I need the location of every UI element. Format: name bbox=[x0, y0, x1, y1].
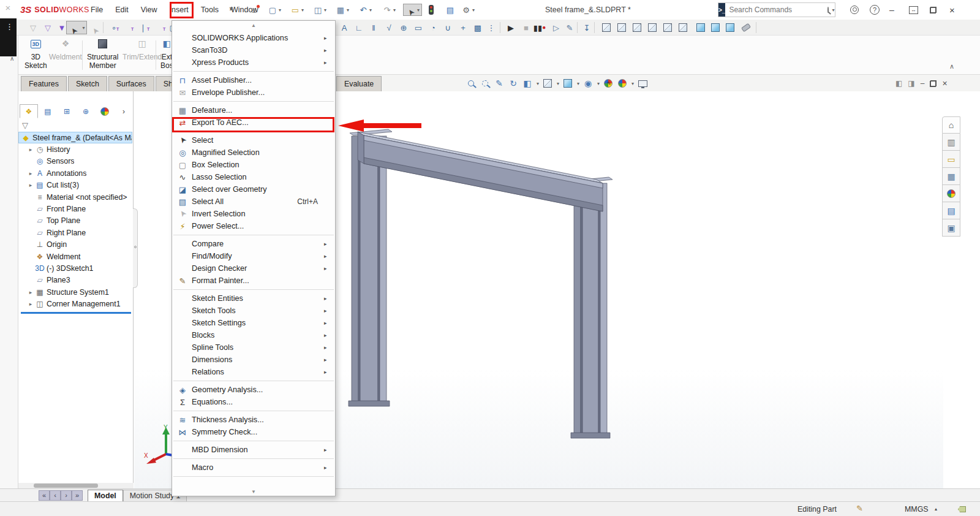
redo-caret-icon[interactable]: ▾ bbox=[393, 7, 396, 13]
taskpane-file-explorer-button[interactable]: ▭ bbox=[942, 151, 960, 168]
tree-item[interactable]: ▸ ◎ Sensors bbox=[18, 156, 132, 167]
taskpane-view-palette-button[interactable]: ▦ bbox=[942, 168, 960, 185]
expand-arrow-icon[interactable]: ▸ bbox=[27, 289, 34, 295]
menu-item[interactable]: ◪ Select over Geometry ▸ bbox=[172, 183, 335, 195]
menu-item[interactable]: SOLIDWORKS Applications ▸ bbox=[172, 32, 335, 44]
menu-item[interactable]: Dimensions ▸ bbox=[172, 354, 335, 366]
previous-sheet-icon[interactable]: ‹ bbox=[50, 490, 61, 501]
tree-item[interactable]: ▸ ▤ Cut list(3) bbox=[18, 180, 132, 191]
tree-item[interactable]: ▸ ▱ Front Plane bbox=[18, 203, 132, 214]
view-trimetric-icon[interactable] bbox=[709, 21, 722, 34]
view-bottom-icon[interactable] bbox=[677, 21, 689, 34]
menubar-item[interactable]: Edit bbox=[109, 2, 135, 18]
menu-item[interactable]: Xpress Products ▸ bbox=[172, 56, 335, 69]
open-button[interactable]: ▭▾ bbox=[290, 4, 304, 16]
menu-item[interactable]: ⚡ Power Select... ▸ bbox=[172, 220, 335, 232]
save-button[interactable]: ◫▾ bbox=[312, 4, 326, 16]
filter-notes-icon[interactable]: ▭ bbox=[412, 21, 424, 34]
minimize-button[interactable]: – bbox=[889, 4, 894, 16]
tree-item[interactable]: ▸ ≡ Material <not specified> bbox=[18, 191, 132, 203]
menu-item[interactable]: ▤ Select All Ctrl+A ▸ bbox=[172, 195, 335, 208]
taskpane-appearances-button[interactable] bbox=[942, 185, 960, 202]
taskpane-home-button[interactable]: ⌂ bbox=[942, 116, 960, 134]
restore-button[interactable] bbox=[930, 4, 937, 16]
menubar-item[interactable]: Tools bbox=[195, 2, 225, 18]
filter-cosmetic-threads-icon[interactable]: ▩ bbox=[472, 21, 484, 34]
menu-item[interactable]: ∿ Lasso Selection ▸ bbox=[172, 171, 335, 183]
tab-evaluate[interactable]: Evaluate bbox=[336, 76, 382, 91]
tree-filter-icon[interactable]: ▽ bbox=[22, 121, 28, 130]
task-list-button[interactable]: ▤ bbox=[445, 4, 456, 16]
print-caret-icon[interactable]: ▾ bbox=[347, 7, 349, 13]
filter-clear-icon[interactable]: ▽ bbox=[27, 21, 39, 34]
overflow-dots-icon[interactable]: ⋮ bbox=[6, 22, 14, 31]
search-caret-icon[interactable]: ▾ bbox=[832, 7, 834, 13]
menu-item[interactable]: Design Checker ▸ bbox=[172, 262, 335, 275]
ribbon-tab[interactable]: Surfaces bbox=[108, 76, 154, 91]
tab-propertymanager[interactable]: ▤ bbox=[39, 104, 57, 118]
collapse-right-pane-icon[interactable]: ◨ bbox=[908, 79, 914, 88]
menu-item[interactable]: ✎ Format Painter... ▸ bbox=[172, 275, 335, 287]
section-caret-icon[interactable]: ▾ bbox=[537, 81, 539, 86]
menu-item[interactable]: ▦ Defeature... ▸ bbox=[172, 104, 335, 116]
last-sheet-icon[interactable]: » bbox=[72, 490, 83, 501]
print-button[interactable]: ▦▾ bbox=[335, 4, 349, 16]
first-sheet-icon[interactable]: « bbox=[39, 490, 50, 501]
tree-item[interactable]: ▸ ❖ Weldment bbox=[18, 251, 132, 262]
doc-minimize-icon[interactable]: – bbox=[921, 79, 925, 88]
tag-icon[interactable] bbox=[958, 506, 966, 514]
tree-item[interactable]: ▸ ◫ Corner Management1 bbox=[18, 298, 132, 309]
background-close-icon[interactable]: × bbox=[1, 2, 15, 13]
view-right-icon[interactable] bbox=[646, 21, 658, 34]
filter-axes-icon[interactable]: ⋮ bbox=[485, 21, 497, 34]
filter-annotations-icon[interactable]: A bbox=[338, 21, 350, 34]
tab-model[interactable]: Model bbox=[88, 490, 123, 501]
view-orientation-icon[interactable] bbox=[542, 78, 553, 89]
rollback-bar[interactable] bbox=[21, 312, 131, 314]
menu-item[interactable]: MBD Dimension ▸ bbox=[172, 444, 335, 456]
units-caret-icon[interactable]: ▴ bbox=[935, 506, 937, 512]
menu-scroll-down[interactable]: ▼ bbox=[172, 487, 335, 496]
user-account-button[interactable] bbox=[850, 4, 859, 16]
performance-button[interactable] bbox=[429, 4, 434, 16]
previous-view-icon[interactable]: ✎ bbox=[494, 78, 505, 89]
menu-item[interactable]: ➤ Invert Selection ▸ bbox=[172, 208, 335, 220]
tab-flyout[interactable]: › bbox=[115, 104, 133, 118]
resize-button[interactable]: ↔ bbox=[909, 4, 918, 16]
menu-item[interactable]: Find/Modify ▸ bbox=[172, 250, 335, 262]
run-macro-icon[interactable]: ▷ bbox=[550, 21, 562, 34]
options-caret-icon[interactable]: ▾ bbox=[472, 7, 475, 13]
menu-item[interactable]: Σ Equations... ▸ bbox=[172, 396, 335, 408]
menu-scroll-up[interactable]: ▲ bbox=[172, 21, 335, 29]
menu-item[interactable]: Sketch Settings ▸ bbox=[172, 317, 335, 329]
pause-record-macro-icon[interactable]: ▮▮● bbox=[532, 21, 548, 34]
play-macro-icon[interactable]: ▶ bbox=[505, 21, 517, 34]
select-button[interactable]: ➤▾ bbox=[66, 21, 87, 34]
filter-surface-finish-icon[interactable]: √ bbox=[383, 21, 395, 34]
display-style-caret-icon[interactable]: ▾ bbox=[577, 81, 579, 86]
menu-item[interactable]: ScanTo3D ▸ bbox=[172, 44, 335, 56]
menu-item[interactable]: ◎ Magnified Selection ▸ bbox=[172, 146, 335, 159]
tree-item[interactable]: ▸ ▱ Top Plane bbox=[18, 215, 132, 227]
tree-item[interactable]: ▸ ▦ Structure System1 bbox=[18, 286, 132, 298]
3d-sketch-button[interactable]: 3D 3D Sketch bbox=[22, 38, 50, 74]
menu-item[interactable]: Compare ▸ bbox=[172, 238, 335, 250]
menu-item[interactable]: ◈ Geometry Analysis... ▸ bbox=[172, 384, 335, 396]
view-isometric-icon[interactable] bbox=[695, 21, 707, 34]
options-button[interactable]: ⚙▾ bbox=[461, 4, 475, 16]
display-style-icon[interactable] bbox=[562, 78, 573, 89]
filter-weld-beads-icon[interactable]: ∪ bbox=[442, 21, 454, 34]
redo-button[interactable]: ↷▾ bbox=[382, 4, 396, 16]
view-settings-icon[interactable] bbox=[637, 78, 648, 89]
menu-item[interactable]: Macro ▸ bbox=[172, 461, 335, 474]
panel-horizontal-scrollbar[interactable] bbox=[18, 483, 134, 488]
filter-datums-icon[interactable]: ∟ bbox=[353, 21, 365, 34]
eraser-icon[interactable] bbox=[740, 21, 752, 34]
taskpane-forum-button[interactable]: ▣ bbox=[942, 219, 960, 237]
next-sheet-icon[interactable]: › bbox=[61, 490, 72, 501]
panel-splitter-handle[interactable] bbox=[133, 208, 138, 288]
panel-scroll-up-icon[interactable]: ∧ bbox=[10, 55, 14, 62]
filter-gtol-icon[interactable]: ⊕ bbox=[398, 21, 410, 34]
view-top-icon[interactable] bbox=[662, 21, 674, 34]
normal-to-icon[interactable]: ↧ bbox=[581, 21, 593, 34]
